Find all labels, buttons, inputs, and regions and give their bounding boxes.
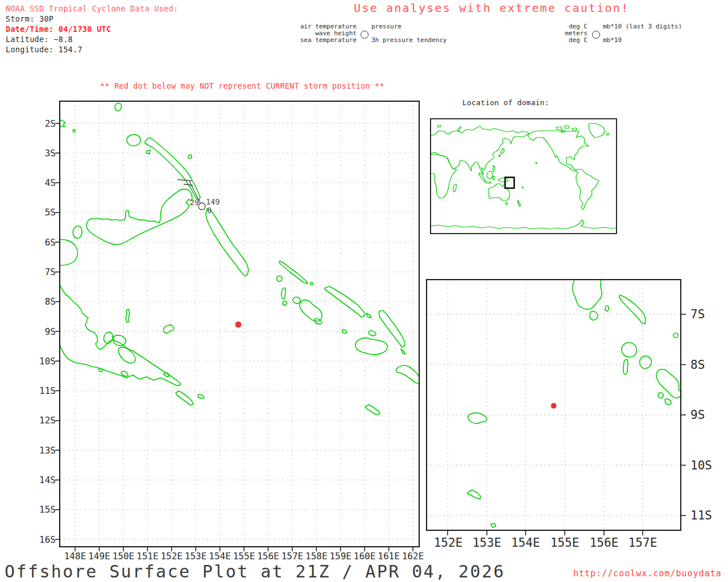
lon-tick-label: 152E [434,536,463,550]
lat-tick-label: 3S [45,148,56,159]
world-inset-frame [431,119,617,234]
legend-sea-units: deg C [535,37,588,44]
legend-sea-temperature: sea temperature [250,37,357,44]
lon-tick-label: 161E [378,551,400,562]
lat-tick-label: 4S [45,177,56,188]
zoom-map: 152E 153E 154E 155E 156E 157E 7S 8S 9S 1… [425,267,728,563]
storm-datetime: Date/Time: 04/1730 UTC [6,24,178,34]
lat-tick-label: 2S [45,118,56,129]
lon-tick-label: 162E [402,551,424,562]
legend-pressure: pressure [371,23,402,30]
domain-box [505,177,514,188]
lon-tick-label: 155E [233,551,255,562]
zoom-map-lon-axis: 152E 153E 154E 155E 156E 157E [434,536,657,550]
lon-tick-label: 155E [551,536,580,550]
lat-tick-label: 16S [39,534,56,545]
lon-tick-label: 157E [628,536,657,550]
lon-tick-label: 150E [113,551,135,562]
source-url: http://coolwx.com/buoydata [573,568,722,579]
storm-position-dot [235,322,242,328]
lon-tick-label: 151E [136,551,159,562]
lon-tick-label: 148E [64,551,86,562]
lon-tick-label: 153E [473,536,502,550]
station-pressure: 149 [206,197,220,206]
lon-tick-label: 156E [257,551,279,562]
world-inset-map [430,118,617,234]
station-circle-icon [592,31,600,39]
storm-latitude: Latitude: −8.8 [6,34,178,44]
legend-pressure-units: mb*10 (last 3 digits) [603,23,682,30]
page: { "header": { "noaa_title": "NOAA SSD Tr… [0,0,728,582]
legend-left-labels: air temperature wave height sea temperat… [250,23,357,44]
legend-tendency-units: mb*10 [603,37,622,44]
lat-tick-label: 6S [45,237,56,248]
lat-tick-label: 8S [690,358,705,372]
lon-tick-label: 159E [329,551,351,562]
lon-tick-label: 157E [282,551,304,562]
storm-position-warning: ** Red dot below may NOT represent CURRE… [100,81,384,90]
lon-tick-label: 149E [88,551,110,562]
lon-tick-label: 154E [511,536,540,550]
station-air-temp: 29 [190,198,199,207]
station-circle-icon [198,203,205,210]
lon-tick-label: 158E [305,551,328,562]
caution-banner: Use analyses with extreme caution! [354,1,629,15]
lat-tick-label: 8S [45,296,56,307]
lat-tick-label: 15S [39,504,56,515]
noaa-data-title: NOAA SSD Tropical Cyclone Data Used: [6,3,178,14]
lat-tick-label: 10S [690,459,712,472]
inset-map-title: Location of domain: [462,98,549,107]
station-plot: 29 149 0 [177,180,220,215]
storm-info-block: NOAA SSD Tropical Cyclone Data Used: Sto… [6,3,178,55]
main-map: 29 149 0 2S 3S 4S 5S 6S 7S 8S 9S 10S 11S… [34,97,432,566]
lat-tick-label: 10S [39,356,56,367]
station-circle-icon [361,31,369,39]
main-map-lon-axis: 148E 149E 150E 151E 152E 153E 154E 155E … [64,551,424,562]
lat-tick-label: 13S [39,445,56,456]
main-map-lat-axis: 2S 3S 4S 5S 6S 7S 8S 9S 10S 11S 12S 13S … [39,118,56,545]
lat-tick-label: 9S [45,326,56,337]
zoom-map-coastlines [468,280,681,527]
lat-tick-label: 7S [690,307,705,321]
storm-longitude: Longitude: 154.7 [6,44,178,55]
storm-position-dot-zoom [551,403,557,409]
lon-tick-label: 154E [209,551,231,562]
legend-right-labels: deg C meters deg C [535,23,588,44]
zoom-map-lat-axis: 7S 8S 9S 10S 11S [690,307,712,522]
main-map-ticks [55,123,413,551]
lon-tick-label: 152E [160,551,183,562]
lat-tick-label: 7S [45,267,56,277]
lat-tick-label: 9S [690,408,705,422]
lat-tick-label: 12S [39,415,56,426]
lat-tick-label: 14S [39,475,56,485]
plot-title: Offshore Surface Plot at 21Z / APR 04, 2… [5,562,505,581]
lon-tick-label: 156E [590,536,619,550]
lat-tick-label: 11S [39,385,56,396]
station-tendency: 0 [207,206,212,215]
storm-id: Storm: 30P [6,14,178,24]
world-coastlines [430,123,616,229]
lon-tick-label: 160E [354,551,376,562]
lat-tick-label: 5S [45,207,56,218]
legend-pressure-tendency: 3h pressure tendency [371,37,446,44]
zoom-map-ticks [448,314,686,535]
lon-tick-label: 153E [185,551,207,562]
main-map-coastlines [60,103,419,415]
lat-tick-label: 11S [690,509,712,522]
